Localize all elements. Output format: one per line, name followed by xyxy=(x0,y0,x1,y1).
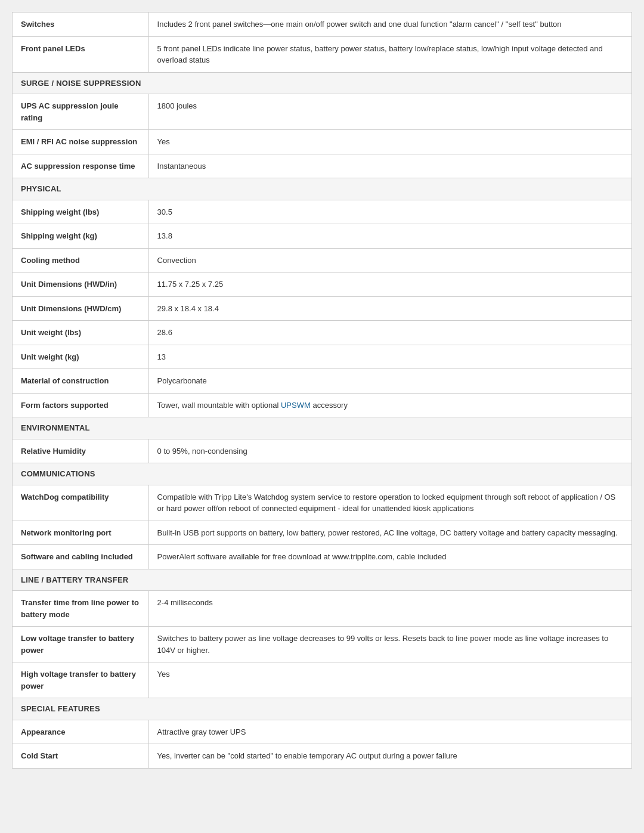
table-row: Front panel LEDs5 front panel LEDs indic… xyxy=(13,36,632,72)
row-value: 30.5 xyxy=(148,200,631,224)
row-label: Transfer time from line power to battery… xyxy=(13,591,149,627)
row-label: Low voltage transfer to battery power xyxy=(13,627,149,662)
section-header: ENVIRONMENTAL xyxy=(13,417,632,439)
row-label: Appearance xyxy=(13,720,149,744)
row-label: AC suppression response time xyxy=(13,154,149,178)
table-row: AppearanceAttractive gray tower UPS xyxy=(13,720,632,744)
row-value: Includes 2 front panel switches—one main… xyxy=(148,13,631,37)
row-value: Attractive gray tower UPS xyxy=(148,720,631,744)
row-label: Network monitoring port xyxy=(13,521,149,545)
row-value: Convection xyxy=(148,248,631,272)
row-value: Compatible with Tripp Lite's Watchdog sy… xyxy=(148,485,631,521)
row-label: Unit Dimensions (HWD/in) xyxy=(13,272,149,297)
table-row: SwitchesIncludes 2 front panel switches—… xyxy=(13,13,632,37)
row-value: 28.6 xyxy=(148,321,631,345)
row-label: Relative Humidity xyxy=(13,439,149,463)
table-row: High voltage transfer to battery powerYe… xyxy=(13,662,632,698)
spec-table: SwitchesIncludes 2 front panel switches—… xyxy=(12,12,632,769)
table-row: Unit Dimensions (HWD/cm)29.8 x 18.4 x 18… xyxy=(13,296,632,321)
row-label: Shipping weight (kg) xyxy=(13,224,149,249)
section-header: COMMUNICATIONS xyxy=(13,463,632,485)
table-row: Cold StartYes, inverter can be "cold sta… xyxy=(13,744,632,769)
row-label: Form factors supported xyxy=(13,393,149,417)
table-row: Relative Humidity0 to 95%, non-condensin… xyxy=(13,439,632,463)
table-row: UPS AC suppression joule rating1800 joul… xyxy=(13,94,632,130)
table-row: Unit weight (lbs)28.6 xyxy=(13,321,632,345)
row-label: EMI / RFI AC noise suppression xyxy=(13,130,149,154)
row-value: Instantaneous xyxy=(148,154,631,178)
row-value: 11.75 x 7.25 x 7.25 xyxy=(148,272,631,297)
table-row: Material of constructionPolycarbonate xyxy=(13,369,632,394)
row-label: High voltage transfer to battery power xyxy=(13,662,149,698)
section-header: PHYSICAL xyxy=(13,178,632,200)
row-label: Switches xyxy=(13,13,149,37)
section-header: LINE / BATTERY TRANSFER xyxy=(13,569,632,591)
row-value: 13.8 xyxy=(148,224,631,249)
row-value: Switches to battery power as line voltag… xyxy=(148,627,631,662)
row-label: Unit Dimensions (HWD/cm) xyxy=(13,296,149,321)
table-row: EMI / RFI AC noise suppressionYes xyxy=(13,130,632,154)
table-row: Shipping weight (kg)13.8 xyxy=(13,224,632,249)
row-label: WatchDog compatibility xyxy=(13,485,149,521)
section-header-label: COMMUNICATIONS xyxy=(13,463,632,485)
table-row: Cooling methodConvection xyxy=(13,248,632,272)
row-value: 29.8 x 18.4 x 18.4 xyxy=(148,296,631,321)
section-header-label: ENVIRONMENTAL xyxy=(13,417,632,439)
table-row: Software and cabling includedPowerAlert … xyxy=(13,545,632,569)
row-value: Polycarbonate xyxy=(148,369,631,394)
row-label: Shipping weight (lbs) xyxy=(13,200,149,224)
table-row: Unit Dimensions (HWD/in)11.75 x 7.25 x 7… xyxy=(13,272,632,297)
row-value: 13 xyxy=(148,345,631,369)
row-value: Yes xyxy=(148,130,631,154)
row-label: Front panel LEDs xyxy=(13,36,149,72)
row-value: Yes xyxy=(148,662,631,698)
row-value: Yes, inverter can be "cold started" to e… xyxy=(148,744,631,769)
row-label: UPS AC suppression joule rating xyxy=(13,94,149,130)
row-value: 5 front panel LEDs indicate line power s… xyxy=(148,36,631,72)
table-row: Transfer time from line power to battery… xyxy=(13,591,632,627)
section-header-label: SURGE / NOISE SUPPRESSION xyxy=(13,72,632,94)
table-row: WatchDog compatibilityCompatible with Tr… xyxy=(13,485,632,521)
row-value: 1800 joules xyxy=(148,94,631,130)
table-row: Unit weight (kg)13 xyxy=(13,345,632,369)
row-label: Unit weight (lbs) xyxy=(13,321,149,345)
table-row: Form factors supportedTower, wall mounta… xyxy=(13,393,632,417)
upswm-link[interactable]: UPSWM xyxy=(281,401,311,410)
row-label: Cooling method xyxy=(13,248,149,272)
row-value: Tower, wall mountable with optional UPSW… xyxy=(148,393,631,417)
row-value: Built-in USB port supports on battery, l… xyxy=(148,521,631,545)
section-header-label: LINE / BATTERY TRANSFER xyxy=(13,569,632,591)
section-header: SPECIAL FEATURES xyxy=(13,698,632,720)
row-label: Cold Start xyxy=(13,744,149,769)
row-label: Material of construction xyxy=(13,369,149,394)
row-label: Unit weight (kg) xyxy=(13,345,149,369)
section-header-label: SPECIAL FEATURES xyxy=(13,698,632,720)
table-row: Low voltage transfer to battery powerSwi… xyxy=(13,627,632,662)
section-header-label: PHYSICAL xyxy=(13,178,632,200)
table-row: Network monitoring portBuilt-in USB port… xyxy=(13,521,632,545)
row-label: Software and cabling included xyxy=(13,545,149,569)
row-value: 2-4 milliseconds xyxy=(148,591,631,627)
section-header: SURGE / NOISE SUPPRESSION xyxy=(13,72,632,94)
table-row: AC suppression response timeInstantaneou… xyxy=(13,154,632,178)
table-row: Shipping weight (lbs)30.5 xyxy=(13,200,632,224)
row-value: PowerAlert software available for free d… xyxy=(148,545,631,569)
row-value: 0 to 95%, non-condensing xyxy=(148,439,631,463)
